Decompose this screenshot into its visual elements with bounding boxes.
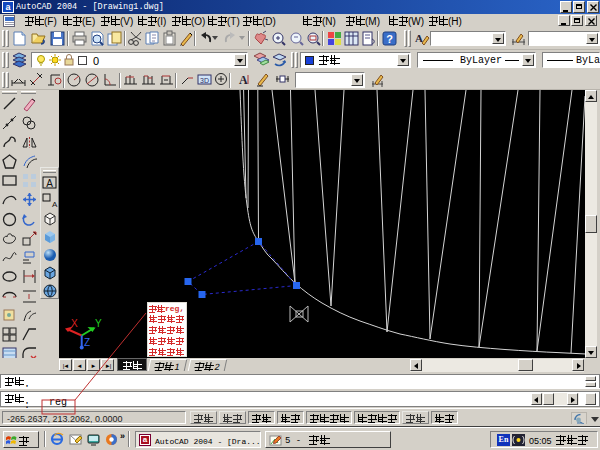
svg-text:X: X — [71, 318, 78, 329]
svg-text:Y: Y — [95, 318, 102, 329]
svg-text:3D: 3D — [200, 77, 209, 84]
svg-text:Z: Z — [84, 337, 90, 348]
svg-text:A: A — [52, 200, 58, 209]
svg-text:A: A — [239, 73, 248, 87]
svg-text:A: A — [46, 178, 53, 189]
svg-text:A: A — [415, 32, 423, 44]
svg-text:?: ? — [386, 33, 393, 45]
